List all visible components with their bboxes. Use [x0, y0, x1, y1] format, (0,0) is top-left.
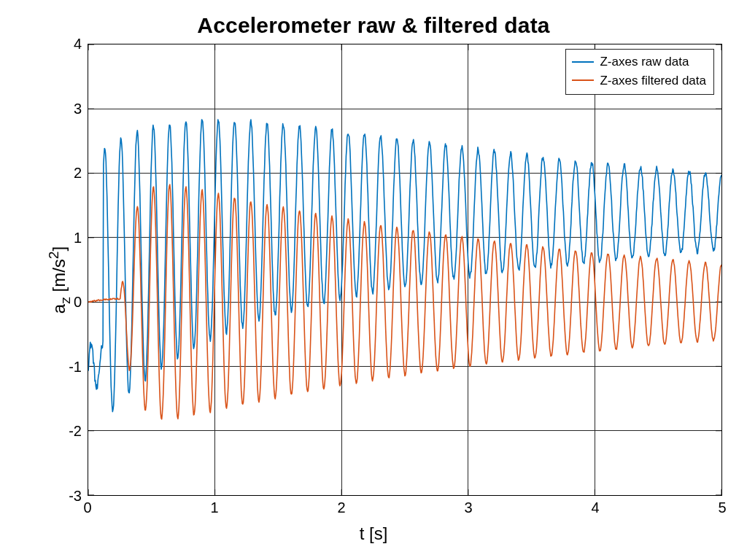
y-tick-label: 0	[74, 294, 82, 311]
legend-entry-raw: Z-axes raw data	[572, 52, 706, 71]
y-tick-label: -2	[69, 423, 82, 440]
y-tick-label: 1	[74, 229, 82, 246]
legend-swatch-filtered	[572, 79, 594, 81]
y-tick-label: -1	[69, 358, 82, 375]
legend-swatch-raw	[572, 61, 594, 63]
chart-figure: Accelerometer raw & filtered data Z-axes…	[0, 0, 747, 560]
y-tick-label: 2	[74, 165, 82, 182]
x-tick-label: 5	[718, 499, 726, 516]
x-tick-label: 0	[83, 499, 91, 516]
plot-area: Z-axes raw data Z-axes filtered data	[88, 44, 722, 496]
legend-entry-filtered: Z-axes filtered data	[572, 71, 706, 90]
legend-label-filtered: Z-axes filtered data	[600, 71, 706, 90]
y-axis-label: az [m/s2]	[46, 246, 73, 314]
x-tick-label: 4	[591, 499, 599, 516]
legend-label-raw: Z-axes raw data	[600, 52, 689, 71]
y-tick-label: 4	[74, 36, 82, 52]
legend: Z-axes raw data Z-axes filtered data	[565, 49, 714, 95]
plot-canvas	[88, 44, 721, 495]
x-tick-label: 2	[337, 499, 345, 516]
x-tick-label: 3	[464, 499, 472, 516]
chart-title: Accelerometer raw & filtered data	[0, 13, 747, 38]
x-tick-label: 1	[210, 499, 218, 516]
x-axis-label: t [s]	[0, 524, 747, 544]
y-tick-label: 3	[74, 100, 82, 117]
y-tick-label: -3	[69, 488, 82, 505]
